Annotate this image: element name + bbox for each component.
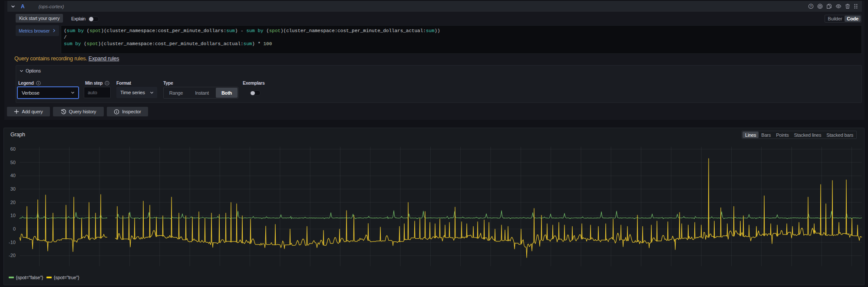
svg-text:60: 60 [10, 146, 16, 152]
svg-text:0: 0 [13, 226, 16, 231]
svg-text:10: 10 [10, 213, 16, 218]
svg-text:-20: -20 [9, 253, 16, 258]
svg-text:?: ? [810, 4, 812, 8]
svg-text:40: 40 [10, 173, 16, 178]
svg-text:-10: -10 [9, 240, 16, 245]
svg-text:30: 30 [10, 186, 16, 191]
svg-text:50: 50 [10, 160, 16, 165]
svg-text:20: 20 [10, 200, 16, 205]
